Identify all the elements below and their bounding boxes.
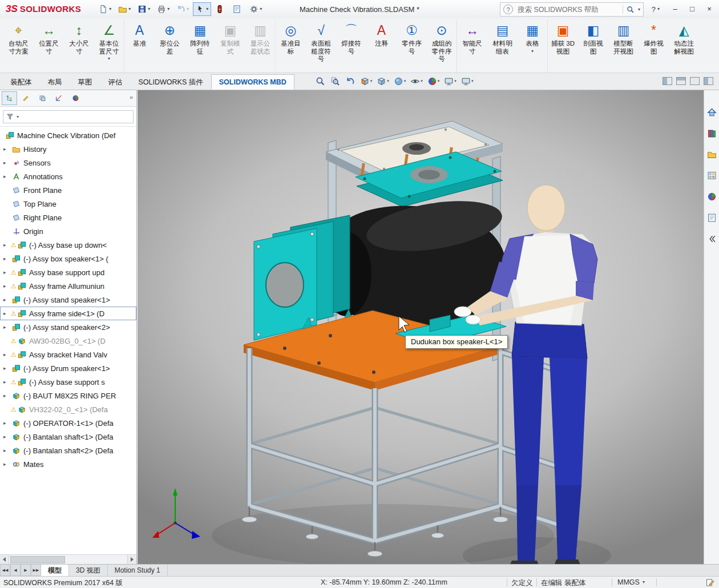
ribbon-button[interactable]: ◭ 动态注解视图 xyxy=(669,19,699,73)
search-caret-icon[interactable]: ▾ xyxy=(638,7,640,12)
document-tab[interactable]: 3D 视图 xyxy=(69,565,108,576)
tree-item[interactable]: Origin xyxy=(0,224,136,238)
close-button[interactable]: × xyxy=(701,0,718,17)
ribbon-button[interactable]: ▦ 表格 ▾ xyxy=(518,19,548,73)
headsup-button[interactable] xyxy=(329,74,342,88)
ribbon-button[interactable]: * 爆炸视图 xyxy=(639,19,669,73)
maximize-button[interactable]: □ xyxy=(684,0,701,17)
expand-arrow-icon[interactable]: ▸ xyxy=(3,379,11,385)
tree-item[interactable]: ▸ ⚠ Assy base support upd xyxy=(0,265,136,279)
tree-item[interactable]: Front Plane xyxy=(0,183,136,197)
tab-nav-button[interactable]: ▶ xyxy=(21,565,31,576)
ribbon-button[interactable]: ↔ 智能尺寸 xyxy=(457,19,487,73)
panel-tab[interactable] xyxy=(68,91,83,105)
expand-arrow-icon[interactable]: ▸ xyxy=(3,420,11,426)
headsup-button[interactable]: ▾ xyxy=(375,74,391,88)
ribbon-button[interactable]: ∠ 基本位置尺寸 ▾ xyxy=(94,19,124,73)
tree-item[interactable]: ▸ ⚠ Assy frame side<1> (D xyxy=(0,307,136,320)
tree-item[interactable]: ▸ (-) Assy stand speaker<2> xyxy=(0,320,136,334)
quick-tool-button[interactable]: ▾ xyxy=(135,2,153,16)
quick-tool-button[interactable]: ▾ xyxy=(96,2,114,16)
quick-tool-button[interactable]: ▾ xyxy=(193,2,211,16)
expand-arrow-icon[interactable]: ▸ xyxy=(3,146,11,152)
headsup-button[interactable]: ▾ xyxy=(409,74,425,88)
headsup-button[interactable]: ▾ xyxy=(442,74,458,88)
expand-arrow-icon[interactable]: ▸ xyxy=(3,283,11,289)
command-tab[interactable]: 装配体 xyxy=(2,74,40,90)
task-pane-button[interactable] xyxy=(706,233,718,245)
minimize-button[interactable]: – xyxy=(667,0,684,17)
ribbon-button[interactable]: ↔ 位置尺寸 xyxy=(34,19,64,73)
quick-tool-button[interactable] xyxy=(212,2,228,16)
expand-arrow-icon[interactable]: ▸ xyxy=(3,269,11,275)
tree-filter-combobox[interactable]: ▾ xyxy=(3,110,134,123)
split-pane-left-icon[interactable] xyxy=(663,77,672,85)
command-tab[interactable]: 评估 xyxy=(100,74,131,90)
tree-item[interactable]: ▸ ⚠ Assy frame Allumuniun xyxy=(0,279,136,293)
panel-tab-overflow-button[interactable]: » xyxy=(126,93,135,101)
headsup-button[interactable]: ▾ xyxy=(392,74,408,88)
tree-item[interactable]: ▸ (-) Assy Drum speaker<1> xyxy=(0,361,136,375)
dropdown-caret-icon[interactable]: ▾ xyxy=(17,114,19,119)
ribbon-button[interactable]: ⌖ 自动尺寸方案 xyxy=(3,19,34,73)
ribbon-button[interactable]: A 注释 xyxy=(366,19,397,73)
expand-arrow-icon[interactable]: ▸ xyxy=(3,434,11,440)
tree-item[interactable]: ▸ (-) Assy box speaker<1> ( xyxy=(0,252,136,265)
task-pane-button[interactable] xyxy=(706,106,718,118)
pane-restore-icon[interactable] xyxy=(704,77,713,85)
ribbon-button[interactable]: A 基准 xyxy=(124,19,155,73)
task-pane-button[interactable] xyxy=(706,127,718,139)
task-pane-button[interactable] xyxy=(706,148,718,160)
command-tab[interactable]: SOLIDWORKS 插件 xyxy=(131,74,211,90)
ribbon-button[interactable]: ▦ 阵列特征 xyxy=(185,19,215,73)
expand-arrow-icon[interactable]: ▸ xyxy=(3,160,11,166)
tab-nav-button[interactable]: ▶▶ xyxy=(31,565,41,576)
expand-arrow-icon[interactable]: ▸ xyxy=(3,174,11,179)
document-tab[interactable]: Motion Study 1 xyxy=(108,565,168,576)
tree-horizontal-scrollbar[interactable] xyxy=(0,554,136,564)
search-icon[interactable] xyxy=(627,6,635,14)
tree-item[interactable]: Top Plane xyxy=(0,197,136,211)
ribbon-button[interactable]: ◎ 基准目标 xyxy=(276,19,306,73)
task-pane-button[interactable] xyxy=(706,212,718,224)
panel-tab[interactable] xyxy=(51,91,67,105)
ribbon-button[interactable]: ① 零件序号 xyxy=(397,19,427,73)
headsup-button[interactable]: ▾ xyxy=(358,74,374,88)
expand-arrow-icon[interactable]: ▸ xyxy=(3,461,11,467)
panel-tab[interactable] xyxy=(2,91,17,105)
task-pane-button[interactable] xyxy=(706,170,718,182)
expand-arrow-icon[interactable]: ▸ xyxy=(3,393,11,398)
tree-item[interactable]: ▸ History xyxy=(0,142,136,156)
tree-item[interactable]: ▸ (-) Bantalan shaft<1> (Defa xyxy=(0,430,136,444)
tree-item[interactable]: Machine Check Vibration (Def xyxy=(0,128,136,142)
quick-tool-button[interactable]: ▾ xyxy=(115,2,134,16)
panel-tab[interactable] xyxy=(18,91,34,105)
document-tab[interactable]: 模型 xyxy=(41,565,69,576)
ribbon-button[interactable]: ⊕ 形位公差 xyxy=(155,19,185,73)
expand-arrow-icon[interactable]: ▸ xyxy=(3,365,11,371)
tree-item[interactable]: ▸ ⚠ (-) Assy base up down< xyxy=(0,238,136,252)
ribbon-button[interactable]: ▥ 模型断开视图 xyxy=(608,19,639,73)
tags-icon[interactable] xyxy=(705,578,714,587)
headsup-button[interactable] xyxy=(344,74,357,88)
headsup-button[interactable]: ▾ xyxy=(459,74,475,88)
quick-tool-button[interactable]: ▾ xyxy=(173,2,192,16)
pane-minimize-icon[interactable] xyxy=(690,77,700,85)
ribbon-button[interactable]: ◧ 剖面视图 xyxy=(578,19,608,73)
headsup-button[interactable] xyxy=(314,74,328,88)
tab-nav-button[interactable]: ◀◀ xyxy=(0,565,10,576)
ribbon-button[interactable]: ⊙ 成组的零件序号 xyxy=(427,19,457,73)
tree-item[interactable]: ▸ Sensors xyxy=(0,156,136,170)
tree-item[interactable]: ▸ (-) BAUT M8X25 RING PER xyxy=(0,389,136,402)
ribbon-button[interactable]: √ 表面粗糙度符号 xyxy=(306,19,336,73)
scroll-right-button[interactable] xyxy=(127,555,136,564)
tree-item[interactable]: ⚠ AW30-02BG_0_<1> (D xyxy=(0,334,136,348)
scroll-left-button[interactable] xyxy=(0,555,9,564)
expand-arrow-icon[interactable]: ▸ xyxy=(3,448,11,453)
expand-arrow-icon[interactable]: ▸ xyxy=(3,256,11,261)
quick-tool-button[interactable]: ▾ xyxy=(154,2,172,16)
headsup-button[interactable]: ▾ xyxy=(426,74,442,88)
ribbon-button[interactable]: ▣ 复制模式 xyxy=(215,19,245,73)
panel-tab[interactable] xyxy=(35,91,50,105)
ribbon-button[interactable]: ▥ 显示公差状态 xyxy=(245,19,276,73)
